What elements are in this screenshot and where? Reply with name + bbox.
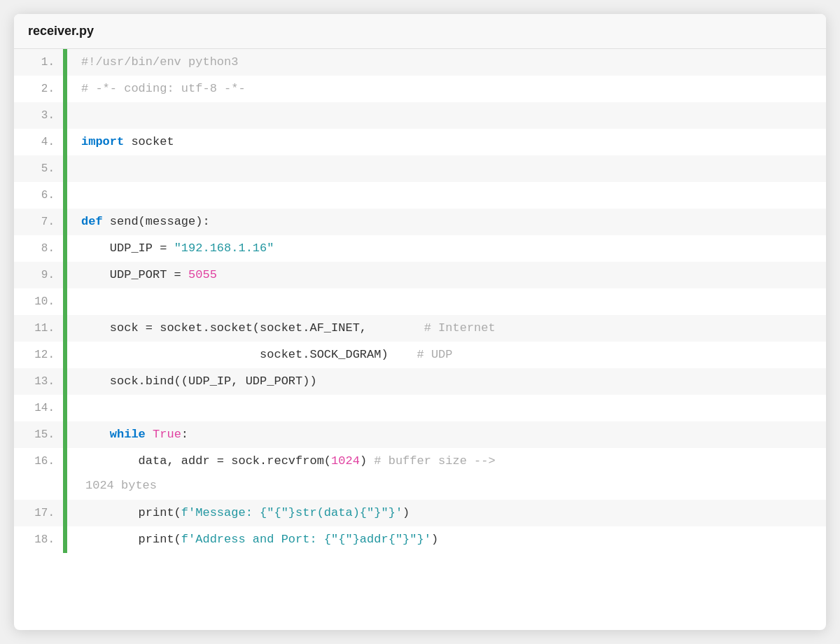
file-title: receiver.py (28, 24, 812, 38)
line-number: 14. (14, 395, 63, 421)
line-number: 11. (14, 315, 63, 342)
line-bar (63, 395, 67, 421)
line-number: 1. (14, 49, 63, 76)
code-line: 11. sock = socket.socket(socket.AF_INET,… (14, 315, 826, 342)
line-content: UDP_PORT = 5055 (67, 262, 826, 288)
code-line: 1. #!/usr/bin/env python3 (14, 49, 826, 76)
line-content: socket.SOCK_DGRAM) # UDP (67, 342, 826, 368)
line-number: 4. (14, 129, 63, 155)
line-content: def send(message): (67, 209, 826, 235)
code-line: 12. socket.SOCK_DGRAM) # UDP (14, 342, 826, 368)
line-content: sock = socket.socket(socket.AF_INET, # I… (67, 315, 826, 342)
line-bar (63, 102, 67, 129)
line-number: 15. (14, 421, 63, 448)
code-window: receiver.py 1. #!/usr/bin/env python3 2.… (14, 14, 826, 630)
line-number: 13. (14, 368, 63, 395)
line-content: print(f'Address and Port: {"{"}addr{"}"}… (67, 526, 826, 553)
line-bar (63, 182, 67, 209)
line-number: 3. (14, 102, 63, 129)
title-bar: receiver.py (14, 14, 826, 49)
line-content: while True: (67, 421, 826, 448)
line-content: import socket (67, 129, 826, 155)
line-number: 8. (14, 235, 63, 262)
line-bar (63, 155, 67, 182)
code-line: 5. (14, 155, 826, 182)
code-line: 4. import socket (14, 129, 826, 155)
line-content: print(f'Message: {"{"}str(data){"}"}') (67, 500, 826, 526)
line-number: 2. (14, 76, 63, 102)
line-number: 12. (14, 342, 63, 368)
code-line: 13. sock.bind((UDP_IP, UDP_PORT)) (14, 368, 826, 395)
line-content: data, addr = sock.recvfrom(1024) # buffe… (67, 448, 826, 475)
code-line: 17. print(f'Message: {"{"}str(data){"}"}… (14, 500, 826, 526)
code-line: 6. (14, 182, 826, 209)
line-number: 6. (14, 182, 63, 209)
code-first-row: data, addr = sock.recvfrom(1024) # buffe… (67, 448, 826, 475)
comment-text: 1024 bytes (85, 479, 157, 492)
code-line: 14. (14, 395, 826, 421)
line-content: # -*- coding: utf-8 -*- (67, 76, 826, 102)
line-number: 7. (14, 209, 63, 235)
line-number: 16. (14, 448, 63, 475)
code-line: 15. while True: (14, 421, 826, 448)
line-content: sock.bind((UDP_IP, UDP_PORT)) (67, 368, 826, 395)
line-number: 9. (14, 262, 63, 288)
code-line: 18. print(f'Address and Port: {"{"}addr{… (14, 526, 826, 553)
line-content: #!/usr/bin/env python3 (67, 49, 826, 76)
code-line: 9. UDP_PORT = 5055 (14, 262, 826, 288)
line-content: UDP_IP = "192.168.1.16" (67, 235, 826, 262)
code-line: 8. UDP_IP = "192.168.1.16" (14, 235, 826, 262)
code-continuation: 1024 bytes (67, 475, 826, 500)
line-number: 10. (14, 288, 63, 315)
code-line: 7. def send(message): (14, 209, 826, 235)
code-area: 1. #!/usr/bin/env python3 2. # -*- codin… (14, 49, 826, 553)
code-line: 16. data, addr = sock.recvfrom(1024) # b… (14, 448, 826, 500)
multirow-content: data, addr = sock.recvfrom(1024) # buffe… (67, 448, 826, 500)
line-bar (63, 288, 67, 315)
code-line: 2. # -*- coding: utf-8 -*- (14, 76, 826, 102)
line-number: 5. (14, 155, 63, 182)
line-number: 17. (14, 500, 63, 526)
code-line: 10. (14, 288, 826, 315)
line-number: 18. (14, 526, 63, 553)
code-line: 3. (14, 102, 826, 129)
